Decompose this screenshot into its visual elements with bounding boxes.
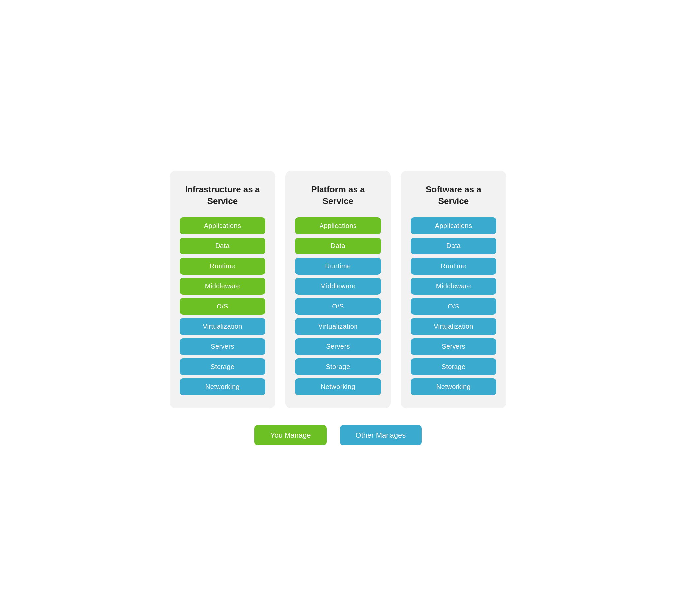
item-badge-applications-saas: Applications — [411, 218, 496, 234]
item-badge-storage-iaas: Storage — [180, 358, 265, 375]
item-badge-runtime-saas: Runtime — [411, 258, 496, 274]
item-badge-networking-iaas: Networking — [180, 378, 265, 395]
items-list-saas: ApplicationsDataRuntimeMiddlewareO/SVirt… — [411, 218, 496, 395]
items-list-paas: ApplicationsDataRuntimeMiddlewareO/SVirt… — [295, 218, 381, 395]
item-badge-servers-paas: Servers — [295, 338, 381, 355]
card-saas: Software as a ServiceApplicationsDataRun… — [401, 171, 506, 409]
item-badge-data-saas: Data — [411, 238, 496, 254]
item-badge-middleware-iaas: Middleware — [180, 278, 265, 295]
item-badge-o-s-paas: O/S — [295, 298, 381, 315]
item-badge-runtime-paas: Runtime — [295, 258, 381, 274]
item-badge-networking-paas: Networking — [295, 378, 381, 395]
columns-container: Infrastructure as a ServiceApplicationsD… — [157, 171, 519, 409]
page-container: Infrastructure as a ServiceApplicationsD… — [157, 171, 519, 445]
item-badge-middleware-saas: Middleware — [411, 278, 496, 295]
you-manage-badge: You Manage — [255, 425, 327, 445]
item-badge-applications-iaas: Applications — [180, 218, 265, 234]
item-badge-storage-saas: Storage — [411, 358, 496, 375]
title-saas: Software as a Service — [411, 184, 496, 207]
card-paas: Platform as a ServiceApplicationsDataRun… — [285, 171, 391, 409]
item-badge-o-s-saas: O/S — [411, 298, 496, 315]
item-badge-applications-paas: Applications — [295, 218, 381, 234]
item-badge-runtime-iaas: Runtime — [180, 258, 265, 274]
item-badge-servers-iaas: Servers — [180, 338, 265, 355]
item-badge-data-paas: Data — [295, 238, 381, 254]
item-badge-storage-paas: Storage — [295, 358, 381, 375]
item-badge-virtualization-paas: Virtualization — [295, 318, 381, 335]
item-badge-middleware-paas: Middleware — [295, 278, 381, 295]
item-badge-servers-saas: Servers — [411, 338, 496, 355]
other-manages-badge: Other Manages — [340, 425, 422, 445]
legend-container: You Manage Other Manages — [255, 425, 421, 445]
item-badge-o-s-iaas: O/S — [180, 298, 265, 315]
item-badge-virtualization-saas: Virtualization — [411, 318, 496, 335]
title-iaas: Infrastructure as a Service — [180, 184, 265, 207]
item-badge-virtualization-iaas: Virtualization — [180, 318, 265, 335]
item-badge-networking-saas: Networking — [411, 378, 496, 395]
items-list-iaas: ApplicationsDataRuntimeMiddlewareO/SVirt… — [180, 218, 265, 395]
card-iaas: Infrastructure as a ServiceApplicationsD… — [170, 171, 275, 409]
title-paas: Platform as a Service — [295, 184, 381, 207]
item-badge-data-iaas: Data — [180, 238, 265, 254]
